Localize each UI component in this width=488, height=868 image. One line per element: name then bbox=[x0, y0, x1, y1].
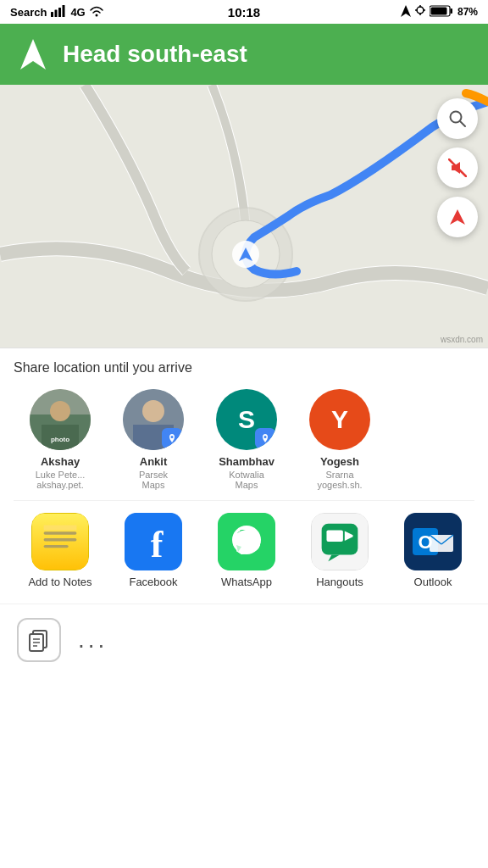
contact-avatar-akshay: photo bbox=[30, 389, 91, 450]
map-mute-button[interactable] bbox=[437, 147, 478, 188]
svg-marker-14 bbox=[20, 39, 46, 70]
bottom-more-row: ... bbox=[0, 604, 488, 676]
status-time: 10:18 bbox=[228, 5, 260, 19]
contact-name-yogesh: Yogesh bbox=[320, 455, 359, 470]
share-section: Share location until you arrive photo Ak… bbox=[0, 348, 488, 604]
contact-sub-akshay: Luke Pete... bbox=[36, 470, 86, 480]
outlook-app-icon: O bbox=[404, 513, 462, 570]
contact-name-ankit: Ankit bbox=[140, 455, 168, 470]
svg-point-30 bbox=[142, 400, 164, 422]
svg-point-6 bbox=[417, 7, 424, 14]
svg-point-35 bbox=[264, 436, 267, 438]
svg-rect-36 bbox=[32, 514, 88, 570]
svg-text:f: f bbox=[151, 524, 164, 565]
contact-ankit[interactable]: Ankit Parsek Maps bbox=[107, 386, 200, 493]
copy-link-button[interactable] bbox=[17, 618, 61, 662]
app-facebook[interactable]: f Facebook bbox=[107, 509, 200, 592]
status-bar: Search 4G 10:18 bbox=[0, 0, 488, 24]
app-notes[interactable]: Add to Notes bbox=[14, 509, 107, 592]
contact-email-akshay: akshay.pet. bbox=[36, 480, 83, 490]
svg-text:photo: photo bbox=[51, 436, 69, 443]
notes-app-label: Add to Notes bbox=[28, 576, 92, 588]
more-button[interactable]: ... bbox=[78, 626, 108, 654]
contact-avatar-shambhav: S bbox=[216, 389, 277, 450]
whatsapp-app-label: WhatsApp bbox=[221, 576, 272, 588]
svg-rect-12 bbox=[450, 8, 452, 14]
gps-icon bbox=[401, 5, 411, 19]
svg-rect-47 bbox=[326, 530, 342, 542]
hangouts-app-icon bbox=[311, 513, 369, 570]
status-left: Search 4G bbox=[10, 5, 103, 19]
outlook-app-label: Outlook bbox=[414, 576, 452, 588]
contact-avatar-ankit bbox=[123, 389, 184, 450]
svg-marker-5 bbox=[401, 5, 411, 17]
status-right: 87% bbox=[401, 5, 478, 19]
watermark: wsxdn.com bbox=[441, 335, 483, 344]
nav-header: Head south-east bbox=[0, 24, 488, 85]
svg-rect-1 bbox=[55, 9, 58, 17]
svg-line-21 bbox=[460, 121, 465, 126]
wifi-icon bbox=[90, 5, 103, 19]
network-label: 4G bbox=[70, 6, 85, 19]
whatsapp-app-icon bbox=[218, 513, 275, 570]
share-title: Share location until you arrive bbox=[14, 360, 474, 376]
svg-rect-3 bbox=[63, 5, 65, 17]
app-hangouts[interactable]: Hangouts bbox=[293, 509, 386, 592]
location-status-icon bbox=[415, 5, 425, 19]
signal-icon bbox=[51, 5, 66, 19]
contact-sub-shambhav: Kotwalia bbox=[229, 470, 264, 480]
contact-email-shambhav: Maps bbox=[236, 480, 258, 490]
svg-rect-38 bbox=[44, 538, 77, 541]
contact-shambhav[interactable]: S Shambhav Kotwalia Maps bbox=[200, 386, 293, 493]
app-share-row: Add to Notes f Facebook bbox=[14, 500, 474, 597]
svg-rect-39 bbox=[44, 545, 69, 548]
svg-rect-0 bbox=[51, 12, 53, 17]
svg-marker-23 bbox=[450, 209, 465, 225]
contact-name-shambhav: Shambhav bbox=[219, 455, 274, 470]
svg-rect-2 bbox=[58, 8, 61, 17]
facebook-app-label: Facebook bbox=[129, 576, 177, 588]
maps-badge-shambhav bbox=[255, 428, 275, 448]
map-location-button[interactable] bbox=[437, 197, 478, 237]
svg-point-33 bbox=[171, 436, 174, 438]
map-search-button[interactable] bbox=[437, 98, 478, 139]
app-whatsapp[interactable]: WhatsApp bbox=[200, 509, 293, 592]
contact-avatar-yogesh: Y bbox=[309, 389, 370, 450]
svg-point-26 bbox=[50, 401, 70, 421]
app-outlook[interactable]: O Outlook bbox=[386, 509, 474, 592]
contact-akshay[interactable]: photo Akshay Luke Pete... akshay.pet. bbox=[14, 386, 107, 493]
svg-rect-13 bbox=[430, 7, 446, 14]
contact-yogesh[interactable]: Y Yogesh Srarna yogesh.sh. bbox=[293, 386, 386, 493]
facebook-app-icon: f bbox=[125, 513, 182, 570]
svg-rect-37 bbox=[44, 531, 77, 534]
hangouts-app-label: Hangouts bbox=[316, 576, 363, 588]
battery-icon bbox=[430, 5, 453, 19]
svg-rect-40 bbox=[44, 525, 77, 530]
maps-badge-ankit bbox=[162, 428, 182, 448]
contact-email-ankit: Maps bbox=[142, 480, 165, 490]
contact-sub-ankit: Parsek bbox=[139, 470, 168, 480]
contacts-row: photo Akshay Luke Pete... akshay.pet. bbox=[14, 386, 474, 500]
map-area: wsxdn.com bbox=[0, 85, 488, 348]
nav-direction-arrow bbox=[17, 38, 49, 70]
battery-pct: 87% bbox=[458, 6, 478, 18]
search-label: Search bbox=[10, 6, 47, 19]
contact-name-akshay: Akshay bbox=[41, 455, 80, 470]
contact-email-yogesh: yogesh.sh. bbox=[317, 480, 362, 490]
contact-sub-yogesh: Srarna bbox=[325, 470, 353, 480]
nav-title: Head south-east bbox=[63, 41, 247, 68]
notes-app-icon bbox=[31, 513, 89, 570]
